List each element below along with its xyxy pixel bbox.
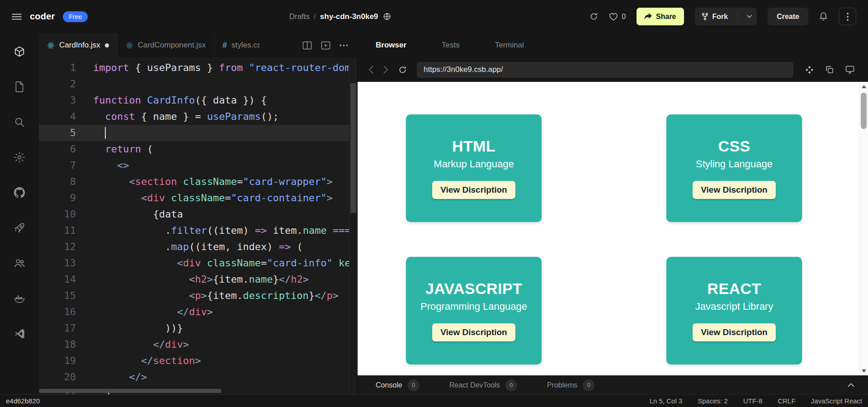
code-line-19[interactable]: 19 </section>: [39, 353, 357, 369]
status-items: Ln 5, Col 3Spaces: 2UTF-8CRLFJavaScript …: [650, 397, 862, 405]
modified-dot: [105, 43, 109, 47]
like-button[interactable]: 0: [609, 13, 626, 21]
github-icon[interactable]: [1, 175, 38, 210]
create-button[interactable]: Create: [768, 8, 808, 25]
workspace-name[interactable]: coder: [30, 11, 55, 22]
code-line-7[interactable]: 7 <>: [39, 157, 357, 174]
card-title: HTML: [452, 137, 495, 155]
preview-run-icon[interactable]: [321, 41, 330, 50]
status-utf-8[interactable]: UTF-8: [743, 397, 763, 405]
code-line-12[interactable]: 12 .map((item, index) => (: [39, 239, 357, 255]
url-input[interactable]: https://3n0ke9.csb.app/: [417, 62, 793, 78]
fork-dropdown-icon[interactable]: [742, 8, 757, 25]
refresh-icon[interactable]: [590, 12, 598, 21]
language-card-html: HTMLMarkup LanguageView Discription: [406, 114, 542, 222]
notifications-bell-icon[interactable]: [819, 12, 828, 21]
browser-scrollbar[interactable]: [859, 82, 868, 375]
docker-icon[interactable]: [1, 281, 38, 316]
console-bar: Console0React DevTools0Problems0: [358, 375, 868, 394]
responsive-preview-icon[interactable]: [845, 66, 854, 74]
editor-tab-cardinfo-jsx[interactable]: CardInfo.jsx: [39, 33, 118, 57]
count-badge: 0: [505, 379, 517, 391]
code-line-15[interactable]: 15 <p>{item.description}</p>: [39, 288, 357, 304]
breadcrumb-folder[interactable]: Drafts: [289, 12, 310, 21]
card-grid: HTMLMarkup LanguageView DiscriptionCSSSt…: [358, 82, 868, 375]
status-spaces-2[interactable]: Spaces: 2: [698, 397, 728, 405]
line-number: 9: [39, 190, 76, 206]
status-javascript-react[interactable]: JavaScript React: [811, 397, 862, 405]
code-line-3[interactable]: 3function CardInfo({ data }) {: [39, 92, 357, 109]
editor-tab-cardcomponent-jsx[interactable]: CardComponent.jsx: [118, 33, 214, 57]
line-number: 8: [39, 174, 76, 190]
line-text: <p>{item.description}</p>: [76, 288, 339, 304]
users-icon[interactable]: [1, 246, 38, 281]
view-description-button[interactable]: View Discription: [693, 323, 775, 341]
vscode-icon[interactable]: [1, 316, 38, 351]
code-line-13[interactable]: 13 <div className="card-info" key={index…: [39, 255, 357, 271]
forward-icon[interactable]: [383, 66, 388, 74]
code-line-9[interactable]: 9 <div className="card-container">: [39, 190, 357, 206]
back-icon[interactable]: [368, 66, 373, 74]
code-line-4[interactable]: 4 const { name } = useParams();: [39, 109, 357, 125]
globe-icon[interactable]: [383, 13, 391, 20]
devtool-tab-tests[interactable]: Tests: [442, 41, 460, 50]
topbar-actions: 0 Share Fork Create: [590, 8, 856, 25]
code-line-14[interactable]: 14 <h2>{item.name}</h2>: [39, 271, 357, 288]
code-line-17[interactable]: 17 ))}: [39, 320, 357, 336]
code-line-11[interactable]: 11 .filter((item) => item.name === name): [39, 222, 357, 239]
share-button[interactable]: Share: [637, 8, 684, 25]
view-description-button[interactable]: View Discription: [432, 181, 515, 199]
file-icon[interactable]: [1, 69, 38, 104]
code-editor[interactable]: 1import { useParams } from "react-router…: [39, 57, 357, 394]
status-ln-5-col-3[interactable]: Ln 5, Col 3: [650, 397, 683, 405]
editor-horizontal-scrollbar[interactable]: [39, 389, 222, 393]
package-icon[interactable]: [1, 34, 38, 69]
console-item-console[interactable]: Console0: [376, 379, 420, 391]
code-line-18[interactable]: 18 </div>: [39, 336, 357, 353]
code-line-16[interactable]: 16 </div>: [39, 304, 357, 320]
hamburger-menu-icon[interactable]: [12, 13, 22, 20]
commit-hash[interactable]: e4d62b820: [6, 397, 40, 405]
devtool-tab-terminal[interactable]: Terminal: [495, 41, 524, 50]
console-expand-icon[interactable]: [848, 383, 854, 387]
console-item-react-devtools[interactable]: React DevTools0: [449, 379, 517, 391]
browser-scrollbar-thumb[interactable]: [861, 93, 867, 129]
more-options-button[interactable]: [839, 8, 856, 25]
fork-button-divider: [737, 12, 738, 22]
code-line-8[interactable]: 8 <section className="card-wrapper">: [39, 174, 357, 190]
fork-button[interactable]: Fork: [695, 8, 757, 25]
devtool-tab-browser[interactable]: Browser: [376, 41, 406, 50]
status-crlf[interactable]: CRLF: [778, 397, 795, 405]
scroll-up-arrow[interactable]: [859, 82, 868, 91]
rocket-icon[interactable]: [1, 210, 38, 246]
console-item-problems[interactable]: Problems0: [547, 379, 595, 391]
preview-modes-icon[interactable]: [805, 66, 814, 74]
code-line-2[interactable]: 2: [39, 76, 357, 92]
editor-vertical-scrollbar[interactable]: [349, 57, 357, 394]
react-file-icon: [47, 42, 55, 49]
line-number: 15: [39, 288, 76, 304]
line-text: <div className="card-info" key={index}>: [76, 255, 357, 271]
editor-more-icon[interactable]: [340, 44, 348, 47]
line-text: ))}: [76, 320, 183, 336]
code-line-1[interactable]: 1import { useParams } from "react-router…: [39, 60, 357, 76]
scroll-down-arrow[interactable]: [859, 366, 868, 375]
code-line-10[interactable]: 10 {data: [39, 206, 357, 222]
code-line-5[interactable]: 5: [39, 125, 357, 141]
fork-icon: [702, 13, 708, 20]
view-description-button[interactable]: View Discription: [693, 181, 775, 199]
copy-url-icon[interactable]: [826, 66, 834, 74]
editor-tab-styles-css[interactable]: #styles.css: [214, 33, 259, 57]
breadcrumb-project[interactable]: shy-cdn-3n0ke9: [320, 12, 378, 21]
code-line-20[interactable]: 20 </>: [39, 369, 357, 385]
view-description-button[interactable]: View Discription: [432, 323, 515, 341]
scrollbar-thumb[interactable]: [350, 83, 356, 213]
code-line-6[interactable]: 6 return (: [39, 141, 357, 157]
split-editor-icon[interactable]: [302, 41, 312, 50]
line-text: <div className="card-container">: [76, 190, 333, 206]
language-card-react: REACTJavascript LibraryView Discription: [666, 257, 802, 364]
line-number: 5: [39, 125, 76, 141]
reload-icon[interactable]: [398, 66, 407, 74]
search-icon[interactable]: [1, 104, 38, 140]
gear-icon[interactable]: [1, 140, 38, 175]
